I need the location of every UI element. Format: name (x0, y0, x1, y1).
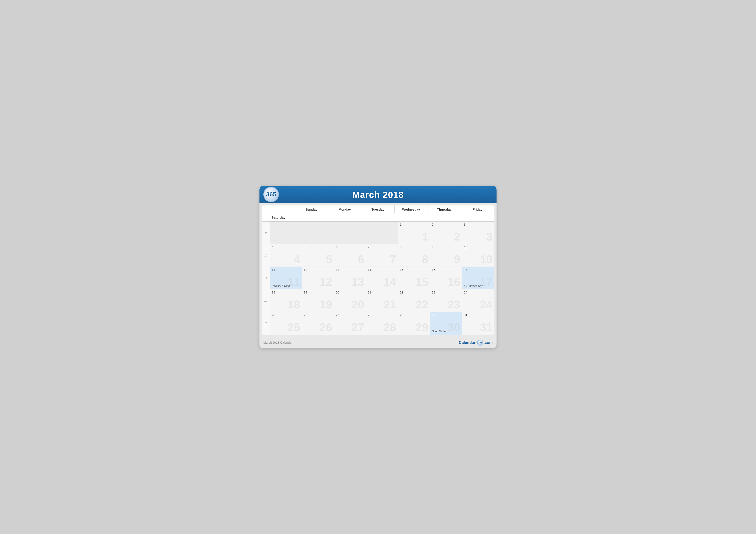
day-number: 30 (432, 313, 460, 317)
day-cell-28[interactable]: 2828 (366, 312, 398, 335)
day-number: 31 (464, 313, 493, 317)
calendar-page: 365 March 2018 SundayMondayTuesdayWednes… (259, 186, 497, 348)
day-number: 25 (272, 313, 300, 317)
day-cell-6[interactable]: 66 (334, 244, 366, 267)
day-cell-26[interactable]: 2626 (302, 312, 334, 335)
day-number: 29 (400, 313, 428, 317)
dow-monday: Monday (328, 205, 362, 214)
day-number: 10 (464, 245, 493, 249)
dow-tuesday: Tuesday (362, 205, 394, 214)
day-cell-12[interactable]: 1212 (302, 267, 334, 290)
day-watermark: 13 (352, 276, 364, 288)
day-watermark: 27 (352, 322, 364, 333)
day-cell-14[interactable]: 1414 (366, 267, 398, 290)
logo-circle: 365 (263, 187, 279, 202)
day-watermark: 21 (384, 299, 396, 310)
day-number: 11 (272, 268, 300, 271)
day-cell-18[interactable]: 1818 (270, 290, 302, 312)
calendar-header: 365 March 2018 (259, 186, 497, 203)
day-watermark: 19 (320, 299, 332, 310)
calendar-body: SundayMondayTuesdayWednesdayThursdayFrid… (262, 205, 494, 335)
day-watermark: 12 (320, 276, 332, 288)
footer-brand-circle: 365 (477, 340, 483, 345)
day-cell-22[interactable]: 2222 (398, 290, 430, 312)
day-watermark: 3 (486, 231, 493, 242)
day-cell-4[interactable]: 44 (270, 244, 302, 267)
dow-thursday: Thursday (428, 205, 461, 214)
day-number: 22 (400, 291, 428, 294)
footer-brand: Calendar- 365 .com (459, 340, 493, 345)
calendar-footer: March 2018 Calendar Calendar- 365 .com (259, 337, 497, 348)
day-cell-13[interactable]: 1313 (334, 267, 366, 290)
footer-label: March 2018 Calendar (263, 341, 292, 344)
day-watermark: 4 (294, 254, 300, 265)
day-cell-5[interactable]: 55 (302, 244, 334, 267)
day-number: 27 (336, 313, 364, 317)
day-cell-empty (302, 221, 334, 244)
dow-sunday: Sunday (295, 205, 328, 214)
calendar-title: March 2018 (352, 190, 404, 200)
day-watermark: 9 (454, 254, 460, 265)
day-number: 18 (272, 291, 300, 294)
day-cell-15[interactable]: 1515 (398, 267, 430, 290)
week-number-11: 11 (262, 267, 270, 290)
day-watermark: 28 (384, 322, 396, 333)
week-number-12: 12 (262, 290, 270, 312)
day-cell-16[interactable]: 1616 (430, 267, 462, 290)
day-watermark: 31 (480, 322, 493, 333)
day-cell-3[interactable]: 33 (462, 221, 494, 244)
dow-wednesday: Wednesday (394, 205, 428, 214)
day-cell-23[interactable]: 2323 (430, 290, 462, 312)
footer-brand-text2: .com (484, 341, 493, 345)
day-number: 24 (464, 291, 493, 294)
day-cell-20[interactable]: 2020 (334, 290, 366, 312)
day-number: 6 (336, 245, 364, 249)
day-cell-9[interactable]: 99 (430, 244, 462, 267)
day-number: 12 (304, 268, 332, 271)
event-label: Good Friday (432, 330, 446, 333)
day-watermark: 5 (326, 254, 332, 265)
day-cell-1[interactable]: 11 (398, 221, 430, 244)
day-watermark: 29 (416, 322, 428, 333)
day-number: 8 (400, 245, 428, 249)
day-number: 19 (304, 291, 332, 294)
day-number: 21 (368, 291, 396, 294)
day-watermark: 23 (448, 299, 460, 310)
day-watermark: 10 (480, 254, 493, 265)
day-watermark: 8 (422, 254, 428, 265)
day-number: 1 (400, 223, 428, 226)
day-cell-21[interactable]: 2121 (366, 290, 398, 312)
day-number: 9 (432, 245, 460, 249)
day-cell-27[interactable]: 2727 (334, 312, 366, 335)
day-cell-29[interactable]: 2929 (398, 312, 430, 335)
day-number: 23 (432, 291, 460, 294)
day-number: 14 (368, 268, 396, 271)
day-cell-7[interactable]: 77 (366, 244, 398, 267)
day-cell-11[interactable]: 1111Daylight Saving (270, 267, 302, 290)
day-number: 7 (368, 245, 396, 249)
day-cell-31[interactable]: 3131 (462, 312, 494, 335)
day-cell-24[interactable]: 2424 (462, 290, 494, 312)
day-watermark: 15 (416, 276, 428, 288)
day-cell-empty (334, 221, 366, 244)
day-number: 26 (304, 313, 332, 317)
day-watermark: 20 (352, 299, 364, 310)
day-cell-10[interactable]: 1010 (462, 244, 494, 267)
day-cell-2[interactable]: 22 (430, 221, 462, 244)
dow-friday: Friday (461, 205, 494, 214)
day-cell-17[interactable]: 1717St. Patrick's Day (462, 267, 494, 290)
day-number: 3 (464, 223, 493, 226)
day-watermark: 2 (454, 231, 460, 242)
day-watermark: 7 (390, 254, 396, 265)
day-number: 15 (400, 268, 428, 271)
day-number: 5 (304, 245, 332, 249)
week-number-9: 9 (262, 221, 270, 244)
day-cell-8[interactable]: 88 (398, 244, 430, 267)
day-watermark: 6 (358, 254, 364, 265)
day-cell-25[interactable]: 2525 (270, 312, 302, 335)
day-watermark: 18 (288, 299, 300, 310)
day-number: 13 (336, 268, 364, 271)
day-cell-19[interactable]: 1919 (302, 290, 334, 312)
day-number: 16 (432, 268, 460, 271)
day-cell-30[interactable]: 3030Good Friday (430, 312, 462, 335)
